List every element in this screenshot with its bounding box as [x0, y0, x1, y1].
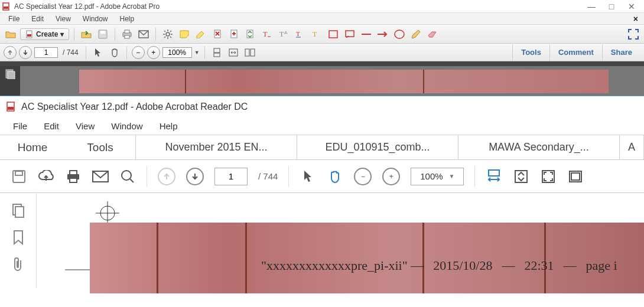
zoom-in-button[interactable]: +	[147, 46, 160, 59]
next-page-button[interactable]	[19, 46, 32, 59]
text-box-icon[interactable]	[343, 27, 357, 41]
text-insert-icon[interactable]: TA	[277, 27, 291, 41]
create-button[interactable]: Create ▾	[20, 28, 69, 40]
pencil-icon[interactable]	[409, 27, 423, 41]
zoom-dropdown-icon[interactable]: ▼	[194, 50, 200, 55]
page-number-input[interactable]	[34, 47, 58, 58]
tab-document-2[interactable]: EDU_010915_comb...	[297, 135, 458, 159]
zoom-out-button[interactable]: −	[354, 168, 372, 185]
menu-view[interactable]: View	[50, 15, 77, 23]
print-icon[interactable]	[65, 168, 82, 185]
acrobat-pro-titlebar: AC Specialist Year 12.pdf - Adobe Acroba…	[0, 0, 644, 13]
acrobat-pro-doc-gutter	[0, 61, 644, 66]
rectangle-icon[interactable]	[326, 27, 340, 41]
zoom-in-button[interactable]: +	[382, 168, 400, 185]
menu-edit[interactable]: Edit	[35, 121, 67, 131]
highlight-icon[interactable]	[194, 27, 208, 41]
open-folder-icon[interactable]	[4, 27, 18, 41]
bookmark-panel-icon[interactable]	[12, 230, 24, 245]
stamp-delete-icon[interactable]	[210, 27, 225, 41]
menu-window[interactable]: Window	[77, 15, 114, 23]
fit-width-icon[interactable]	[226, 45, 240, 60]
select-tool-icon[interactable]	[91, 45, 105, 60]
svg-rect-31	[214, 48, 220, 53]
read-mode-icon[interactable]	[567, 168, 584, 185]
comment-link[interactable]: Comment	[549, 44, 602, 61]
svg-rect-35	[251, 49, 255, 56]
page-thumbnails-icon[interactable]	[5, 68, 15, 96]
text-underline-icon[interactable]: T	[293, 27, 307, 41]
acrobat-pro-toolbar-main: Create ▾ T TA T T	[0, 25, 644, 44]
two-page-icon[interactable]	[243, 45, 257, 60]
select-tool-icon[interactable]	[300, 168, 316, 185]
fullscreen-icon[interactable]	[626, 27, 640, 41]
tab-tools[interactable]: Tools	[65, 135, 136, 159]
tab-document-1[interactable]: November 2015 EN...	[136, 135, 297, 159]
arrow-icon[interactable]	[376, 27, 390, 41]
svg-rect-53	[15, 207, 24, 217]
menu-file[interactable]: File	[5, 121, 35, 131]
document-close-button[interactable]: ×	[627, 14, 642, 24]
acrobat-pro-sidebar	[0, 66, 20, 96]
next-page-button[interactable]	[186, 168, 204, 185]
separator	[126, 46, 127, 59]
print-icon[interactable]	[120, 27, 134, 41]
save-icon[interactable]	[11, 168, 27, 185]
hand-tool-icon[interactable]	[108, 45, 122, 60]
svg-rect-28	[346, 31, 354, 37]
tab-home[interactable]: Home	[0, 135, 65, 159]
eraser-icon[interactable]	[425, 27, 440, 41]
oval-icon[interactable]	[392, 27, 406, 41]
page-number-input[interactable]	[214, 168, 248, 185]
menu-file[interactable]: File	[2, 15, 25, 23]
zoom-select[interactable]: 100% ▼	[411, 168, 464, 185]
fit-page-icon[interactable]	[210, 45, 224, 60]
hand-tool-icon[interactable]	[327, 168, 343, 185]
tab-document-3[interactable]: MAWA Secondary_...	[458, 135, 620, 159]
email-icon[interactable]	[136, 27, 151, 41]
menu-help[interactable]: Help	[151, 121, 186, 131]
fit-width-icon[interactable]	[486, 168, 502, 185]
zoom-value: 100%	[420, 171, 443, 181]
attachments-panel-icon[interactable]	[12, 257, 24, 272]
zoom-input[interactable]	[162, 47, 192, 58]
text-highlight-icon[interactable]: T	[310, 27, 324, 41]
minimize-button[interactable]: —	[581, 1, 601, 12]
acrobat-pro-menubar: File Edit View Window Help ×	[0, 13, 644, 25]
separator	[115, 28, 115, 41]
menu-window[interactable]: Window	[103, 121, 151, 131]
search-icon[interactable]	[119, 168, 136, 185]
save-icon[interactable]	[96, 27, 110, 41]
svg-text:A: A	[284, 30, 288, 35]
menu-view[interactable]: View	[67, 121, 103, 131]
email-icon[interactable]	[92, 168, 109, 185]
menu-edit[interactable]: Edit	[25, 15, 50, 23]
fullscreen-icon[interactable]	[540, 168, 557, 185]
prev-page-button[interactable]	[4, 46, 17, 59]
thumbnails-panel-icon[interactable]	[11, 203, 25, 218]
stamp-add-icon[interactable]	[227, 27, 241, 41]
tab-document-4[interactable]: A	[620, 135, 644, 159]
share-link[interactable]: Share	[602, 44, 640, 61]
menu-help[interactable]: Help	[114, 15, 141, 23]
fit-page-icon[interactable]	[513, 168, 529, 185]
zoom-out-button[interactable]: −	[132, 46, 145, 59]
stamp-swap-icon[interactable]	[243, 27, 258, 41]
open-icon[interactable]	[79, 27, 93, 41]
text-replace-icon[interactable]: T	[260, 27, 274, 41]
sticky-note-icon[interactable]	[177, 27, 191, 41]
svg-line-16	[170, 37, 171, 38]
gear-icon[interactable]	[161, 27, 175, 41]
prev-page-button[interactable]	[158, 168, 175, 185]
tools-link[interactable]: Tools	[512, 44, 549, 61]
document-viewport[interactable]: "xxxxxxxxxxxxxpre_pi-xii" — 2015/10/28 —…	[37, 193, 644, 288]
cloud-upload-icon[interactable]	[38, 168, 54, 185]
svg-line-15	[164, 31, 165, 32]
close-button[interactable]: ✕	[622, 1, 642, 12]
line-icon[interactable]	[359, 27, 373, 41]
document-viewport[interactable]	[20, 66, 644, 96]
separator	[204, 46, 205, 59]
document-page-content: "xxxxxxxxxxxxxpre_pi-xii" — 2015/10/28 —…	[90, 223, 644, 293]
maximize-button[interactable]: □	[601, 1, 622, 12]
svg-text:T: T	[296, 30, 300, 37]
